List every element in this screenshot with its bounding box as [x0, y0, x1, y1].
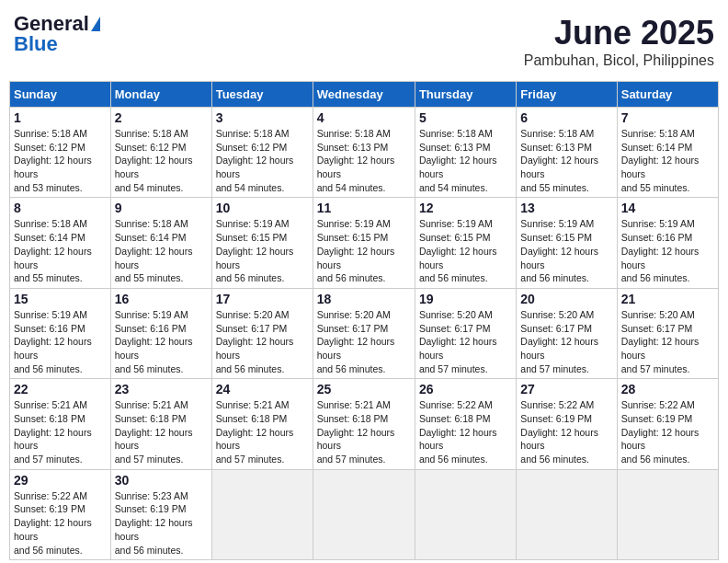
- table-row: 16 Sunrise: 5:19 AMSunset: 6:16 PMDaylig…: [110, 288, 211, 378]
- month-year-title: June 2025: [524, 14, 714, 52]
- day-detail: Sunrise: 5:22 AMSunset: 6:18 PMDaylight:…: [419, 399, 497, 465]
- day-detail: Sunrise: 5:18 AMSunset: 6:12 PMDaylight:…: [14, 128, 92, 193]
- day-detail: Sunrise: 5:19 AMSunset: 6:15 PMDaylight:…: [317, 218, 395, 283]
- day-number: 9: [115, 201, 208, 215]
- day-number: 2: [115, 110, 208, 125]
- table-row: 18 Sunrise: 5:20 AMSunset: 6:17 PMDaylig…: [313, 288, 415, 378]
- logo-blue-text: Blue: [14, 34, 58, 54]
- day-number: 4: [317, 110, 411, 125]
- day-number: 11: [317, 201, 411, 215]
- table-row: [617, 469, 718, 559]
- day-detail: Sunrise: 5:18 AMSunset: 6:13 PMDaylight:…: [419, 128, 497, 193]
- day-number: 23: [115, 382, 208, 396]
- day-detail: Sunrise: 5:18 AMSunset: 6:12 PMDaylight:…: [115, 128, 193, 193]
- day-detail: Sunrise: 5:23 AMSunset: 6:19 PMDaylight:…: [115, 490, 193, 556]
- day-number: 18: [317, 292, 411, 306]
- header-wednesday: Wednesday: [313, 82, 415, 108]
- day-number: 10: [216, 201, 309, 215]
- table-row: 17 Sunrise: 5:20 AMSunset: 6:17 PMDaylig…: [211, 288, 313, 378]
- table-row: [415, 469, 516, 559]
- table-row: 4 Sunrise: 5:18 AMSunset: 6:13 PMDayligh…: [313, 108, 415, 198]
- day-number: 8: [14, 201, 107, 215]
- day-number: 29: [14, 473, 107, 488]
- title-block: June 2025 Pambuhan, Bicol, Philippines: [524, 14, 714, 69]
- day-number: 26: [419, 382, 512, 396]
- day-number: 27: [520, 382, 612, 396]
- day-detail: Sunrise: 5:19 AMSunset: 6:15 PMDaylight:…: [419, 218, 497, 283]
- day-detail: Sunrise: 5:19 AMSunset: 6:15 PMDaylight:…: [520, 218, 598, 283]
- day-detail: Sunrise: 5:20 AMSunset: 6:17 PMDaylight:…: [621, 309, 700, 374]
- day-detail: Sunrise: 5:21 AMSunset: 6:18 PMDaylight:…: [115, 399, 193, 465]
- day-detail: Sunrise: 5:21 AMSunset: 6:18 PMDaylight:…: [14, 399, 92, 465]
- day-number: 22: [14, 382, 107, 396]
- table-row: 29 Sunrise: 5:22 AMSunset: 6:19 PMDaylig…: [10, 469, 111, 559]
- table-row: 11 Sunrise: 5:19 AMSunset: 6:15 PMDaylig…: [313, 198, 415, 288]
- table-row: 22 Sunrise: 5:21 AMSunset: 6:18 PMDaylig…: [10, 379, 111, 469]
- table-row: 24 Sunrise: 5:21 AMSunset: 6:18 PMDaylig…: [211, 379, 313, 469]
- table-row: 21 Sunrise: 5:20 AMSunset: 6:17 PMDaylig…: [617, 288, 718, 378]
- day-detail: Sunrise: 5:22 AMSunset: 6:19 PMDaylight:…: [621, 399, 700, 465]
- day-number: 7: [621, 110, 714, 125]
- header-friday: Friday: [517, 82, 617, 108]
- day-detail: Sunrise: 5:21 AMSunset: 6:18 PMDaylight:…: [317, 399, 395, 465]
- logo: General Blue: [14, 14, 100, 54]
- day-number: 15: [14, 292, 107, 306]
- calendar-table: Sunday Monday Tuesday Wednesday Thursday…: [9, 81, 719, 560]
- table-row: 15 Sunrise: 5:19 AMSunset: 6:16 PMDaylig…: [10, 288, 111, 378]
- day-detail: Sunrise: 5:19 AMSunset: 6:16 PMDaylight:…: [621, 218, 700, 283]
- table-row: 27 Sunrise: 5:22 AMSunset: 6:19 PMDaylig…: [517, 379, 617, 469]
- table-row: 25 Sunrise: 5:21 AMSunset: 6:18 PMDaylig…: [313, 379, 415, 469]
- day-number: 17: [216, 292, 309, 306]
- header-saturday: Saturday: [617, 82, 718, 108]
- table-row: 6 Sunrise: 5:18 AMSunset: 6:13 PMDayligh…: [517, 108, 617, 198]
- page-header: General Blue June 2025 Pambuhan, Bicol, …: [9, 9, 719, 74]
- table-row: 3 Sunrise: 5:18 AMSunset: 6:12 PMDayligh…: [211, 108, 313, 198]
- logo-triangle-icon: [91, 17, 100, 31]
- day-detail: Sunrise: 5:18 AMSunset: 6:14 PMDaylight:…: [115, 218, 193, 283]
- day-detail: Sunrise: 5:19 AMSunset: 6:16 PMDaylight:…: [115, 309, 193, 374]
- table-row: 9 Sunrise: 5:18 AMSunset: 6:14 PMDayligh…: [110, 198, 211, 288]
- day-number: 6: [520, 110, 612, 125]
- day-number: 12: [419, 201, 512, 215]
- table-row: 12 Sunrise: 5:19 AMSunset: 6:15 PMDaylig…: [415, 198, 516, 288]
- day-detail: Sunrise: 5:20 AMSunset: 6:17 PMDaylight:…: [317, 309, 395, 374]
- day-detail: Sunrise: 5:21 AMSunset: 6:18 PMDaylight:…: [216, 399, 294, 465]
- table-row: 5 Sunrise: 5:18 AMSunset: 6:13 PMDayligh…: [415, 108, 516, 198]
- header-thursday: Thursday: [415, 82, 516, 108]
- day-detail: Sunrise: 5:19 AMSunset: 6:15 PMDaylight:…: [216, 218, 294, 283]
- header-tuesday: Tuesday: [211, 82, 313, 108]
- table-row: 10 Sunrise: 5:19 AMSunset: 6:15 PMDaylig…: [211, 198, 313, 288]
- day-detail: Sunrise: 5:20 AMSunset: 6:17 PMDaylight:…: [419, 309, 497, 374]
- table-row: 23 Sunrise: 5:21 AMSunset: 6:18 PMDaylig…: [110, 379, 211, 469]
- table-row: 7 Sunrise: 5:18 AMSunset: 6:14 PMDayligh…: [617, 108, 718, 198]
- table-row: 28 Sunrise: 5:22 AMSunset: 6:19 PMDaylig…: [617, 379, 718, 469]
- day-detail: Sunrise: 5:18 AMSunset: 6:13 PMDaylight:…: [520, 128, 598, 193]
- day-detail: Sunrise: 5:18 AMSunset: 6:14 PMDaylight:…: [621, 128, 700, 193]
- day-number: 25: [317, 382, 411, 396]
- table-row: 20 Sunrise: 5:20 AMSunset: 6:17 PMDaylig…: [517, 288, 617, 378]
- table-row: 1 Sunrise: 5:18 AMSunset: 6:12 PMDayligh…: [10, 108, 111, 198]
- day-number: 3: [216, 110, 309, 125]
- day-number: 20: [520, 292, 612, 306]
- day-detail: Sunrise: 5:18 AMSunset: 6:13 PMDaylight:…: [317, 128, 395, 193]
- day-number: 21: [621, 292, 714, 306]
- location-subtitle: Pambuhan, Bicol, Philippines: [524, 52, 714, 69]
- day-number: 5: [419, 110, 512, 125]
- day-detail: Sunrise: 5:20 AMSunset: 6:17 PMDaylight:…: [216, 309, 294, 374]
- day-number: 14: [621, 201, 714, 215]
- table-row: 19 Sunrise: 5:20 AMSunset: 6:17 PMDaylig…: [415, 288, 516, 378]
- day-detail: Sunrise: 5:20 AMSunset: 6:17 PMDaylight:…: [520, 309, 598, 374]
- table-row: 13 Sunrise: 5:19 AMSunset: 6:15 PMDaylig…: [517, 198, 617, 288]
- logo-general-text: General: [14, 14, 89, 34]
- day-number: 28: [621, 382, 714, 396]
- header-sunday: Sunday: [10, 82, 111, 108]
- day-detail: Sunrise: 5:19 AMSunset: 6:16 PMDaylight:…: [14, 309, 92, 374]
- day-detail: Sunrise: 5:18 AMSunset: 6:12 PMDaylight:…: [216, 128, 294, 193]
- table-row: 14 Sunrise: 5:19 AMSunset: 6:16 PMDaylig…: [617, 198, 718, 288]
- day-number: 30: [115, 473, 208, 488]
- day-number: 19: [419, 292, 512, 306]
- table-row: 30 Sunrise: 5:23 AMSunset: 6:19 PMDaylig…: [110, 469, 211, 559]
- table-row: [517, 469, 617, 559]
- day-detail: Sunrise: 5:22 AMSunset: 6:19 PMDaylight:…: [14, 490, 92, 556]
- table-row: [211, 469, 313, 559]
